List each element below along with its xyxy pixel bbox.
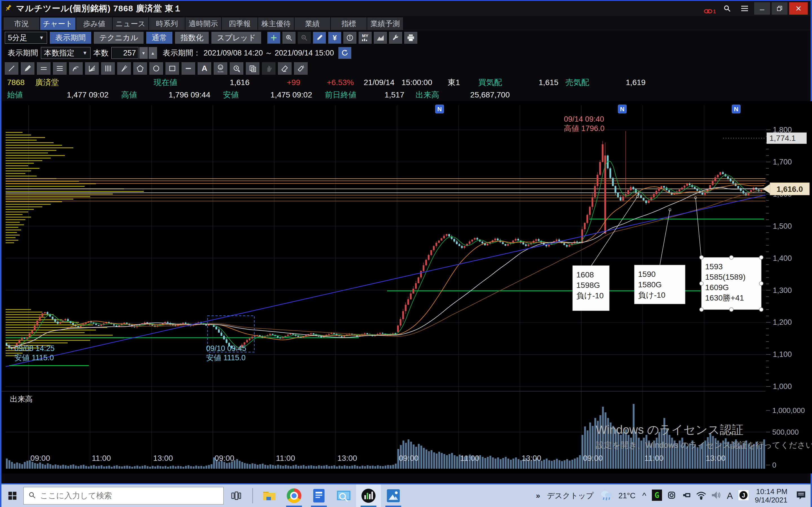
screen-capture-icon[interactable] bbox=[331, 485, 356, 507]
svg-text:N: N bbox=[620, 106, 624, 113]
angle-lines-icon[interactable] bbox=[117, 62, 131, 75]
hsegment-icon[interactable] bbox=[182, 62, 195, 75]
svg-text:高値 1796.0: 高値 1796.0 bbox=[564, 124, 605, 133]
hlines2-icon[interactable] bbox=[37, 62, 50, 75]
icon-stamp-icon[interactable]: ICON bbox=[214, 62, 227, 75]
tab-ayumine[interactable]: 歩み値 bbox=[77, 17, 112, 30]
photos-app-icon[interactable] bbox=[381, 485, 406, 507]
price-chart[interactable]: 16081598G負け-1015901580G負け-1015931585(158… bbox=[1, 101, 812, 473]
overflow-chevron[interactable]: » bbox=[536, 492, 540, 500]
info-icon[interactable] bbox=[343, 32, 356, 44]
power-tray-icon[interactable] bbox=[681, 490, 691, 501]
bid-value: 1,615 bbox=[502, 78, 559, 87]
yen-icon[interactable]: ¥ bbox=[328, 32, 341, 44]
tab-shihyo[interactable]: 指標 bbox=[331, 17, 366, 30]
vlines-icon[interactable] bbox=[101, 62, 115, 75]
start-button[interactable] bbox=[1, 485, 23, 507]
wrench-icon[interactable] bbox=[389, 32, 402, 44]
tab-yutai[interactable]: 株主優待 bbox=[258, 17, 294, 30]
svg-text:13:00: 13:00 bbox=[706, 454, 725, 462]
tab-tekiji[interactable]: 適時開示 bbox=[186, 17, 221, 30]
toolbar-button-4[interactable]: スプレッド bbox=[211, 32, 261, 44]
zoom-in-icon[interactable] bbox=[283, 32, 296, 44]
weather-icon[interactable] bbox=[599, 489, 613, 503]
hlines3-icon[interactable] bbox=[53, 62, 66, 75]
rectangle-icon[interactable] bbox=[165, 62, 179, 75]
tab-shikyo[interactable]: 市況 bbox=[4, 17, 39, 30]
link-group-icon[interactable]: 1 bbox=[702, 2, 718, 15]
price-label: 現在値 bbox=[154, 77, 190, 88]
tab-jikeiretsu[interactable]: 時系列 bbox=[149, 17, 185, 30]
toolbar-button-3[interactable]: 指数化 bbox=[175, 32, 209, 44]
pentagon-icon[interactable] bbox=[133, 62, 147, 75]
search-input[interactable] bbox=[40, 491, 209, 500]
volume-tray-icon[interactable] bbox=[711, 491, 721, 501]
change-pct: +6.53% bbox=[300, 78, 354, 87]
toolbar-button-0[interactable]: 表示期間 bbox=[50, 32, 91, 44]
temperature-label[interactable]: 21°C bbox=[619, 492, 636, 500]
svg-text:09:00: 09:00 bbox=[399, 454, 418, 462]
svg-text:0: 0 bbox=[772, 461, 776, 469]
active-chart-app-icon[interactable] bbox=[356, 485, 381, 507]
taskbar-search[interactable] bbox=[23, 487, 223, 504]
taskbar-clock[interactable]: 10:14 PM 9/14/2021 bbox=[755, 487, 788, 504]
toolbar-button-1[interactable]: テクニカル bbox=[94, 32, 144, 44]
hand-icon[interactable] bbox=[262, 62, 275, 75]
svg-text:13:00: 13:00 bbox=[522, 454, 541, 462]
toolbar-button-2[interactable]: 通常 bbox=[146, 32, 172, 44]
pencil-line-icon[interactable] bbox=[21, 62, 35, 75]
trend-line-icon[interactable] bbox=[5, 62, 18, 75]
tab-news[interactable]: ニュース bbox=[113, 17, 148, 30]
tab-gyoseki[interactable]: 業績 bbox=[295, 17, 330, 30]
eraser-a-icon[interactable]: A bbox=[294, 62, 308, 75]
text-a-icon[interactable]: A bbox=[198, 62, 211, 75]
task-view-button[interactable] bbox=[223, 485, 248, 507]
low-value: 1,475 09:02 bbox=[239, 91, 312, 100]
pencil-icon[interactable] bbox=[313, 32, 326, 44]
zoom-out-icon[interactable] bbox=[298, 32, 311, 44]
plus-icon[interactable] bbox=[267, 32, 280, 44]
pin-icon bbox=[4, 4, 13, 13]
printer-icon[interactable] bbox=[404, 32, 417, 44]
fib-arc-icon[interactable] bbox=[69, 62, 83, 75]
tab-yosoku[interactable]: 業績予測 bbox=[367, 17, 403, 30]
svg-text:1609G: 1609G bbox=[705, 283, 729, 292]
close-button[interactable] bbox=[789, 2, 808, 15]
ellipse-icon[interactable] bbox=[149, 62, 163, 75]
wifi-tray-icon[interactable] bbox=[696, 491, 707, 501]
svg-text:1,100: 1,100 bbox=[773, 350, 792, 358]
count-up-button[interactable]: ▲ bbox=[149, 47, 157, 59]
svg-text:ICON: ICON bbox=[218, 70, 223, 73]
restore-button[interactable] bbox=[772, 2, 788, 15]
tray-chevron[interactable]: ^ bbox=[642, 491, 646, 501]
reset-period-button[interactable] bbox=[338, 47, 351, 59]
clock-icon[interactable] bbox=[230, 62, 243, 75]
file-explorer-icon[interactable] bbox=[257, 485, 282, 507]
trading-app-icon[interactable] bbox=[306, 485, 331, 507]
ime-mode-label[interactable]: A bbox=[727, 491, 733, 501]
led-tray-icon[interactable]: G bbox=[652, 490, 662, 502]
desktop-toolbar-label[interactable]: デスクトップ bbox=[547, 491, 594, 501]
camera-tray-icon[interactable] bbox=[666, 490, 677, 501]
action-center-icon[interactable] bbox=[795, 490, 807, 502]
my-chart-icon[interactable]: MY bbox=[359, 32, 371, 44]
area-chart-icon[interactable] bbox=[374, 32, 387, 44]
copy-icon[interactable] bbox=[246, 62, 259, 75]
count-down-button[interactable]: ▼ bbox=[139, 47, 148, 59]
volume-label: 出来高 bbox=[416, 90, 439, 100]
eraser-icon[interactable] bbox=[278, 62, 292, 75]
interval-select[interactable]: 5分足▼ bbox=[5, 32, 47, 44]
tab-chart[interactable]: チャート bbox=[40, 17, 75, 30]
svg-text:A: A bbox=[302, 65, 304, 68]
chart-toolbar: 5分足▼ 表示期間テクニカル通常指数化スプレッド ¥MY bbox=[1, 30, 811, 45]
tab-shikiho[interactable]: 四季報 bbox=[222, 17, 257, 30]
menu-icon[interactable] bbox=[737, 2, 753, 15]
chrome-icon[interactable] bbox=[282, 485, 306, 507]
period-mode-select[interactable]: 本数指定▼ bbox=[41, 47, 91, 59]
fan-lines-icon[interactable] bbox=[85, 62, 99, 75]
svg-text:安値 1115.0: 安値 1115.0 bbox=[14, 353, 54, 362]
ime-icon[interactable]: J bbox=[739, 490, 749, 501]
minimize-button[interactable] bbox=[754, 2, 770, 15]
count-input[interactable]: 257 bbox=[111, 47, 139, 59]
search-icon[interactable] bbox=[719, 2, 735, 15]
